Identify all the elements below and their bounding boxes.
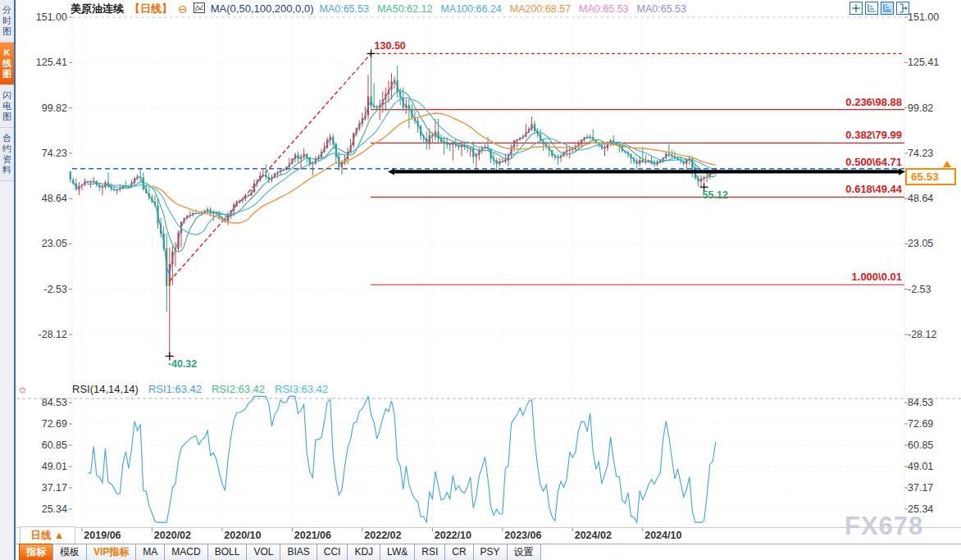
ma-value-0: MA0:65.53 (319, 3, 368, 15)
sidebar: 分时图K线图闪电图合约资料 (0, 0, 16, 560)
symbol-title: 美原油连续 (71, 2, 124, 16)
toolbar-button-模板[interactable]: 模板 (52, 544, 87, 560)
price-up-arrow-icon (943, 161, 951, 167)
toolbar-button-MACD[interactable]: MACD (164, 544, 207, 560)
rsi-header: RSI(14,14,14) RSI1:63.42RSI2:63.42RSI3:6… (72, 383, 328, 395)
toolbar-button-BIAS[interactable]: BIAS (280, 544, 317, 560)
sidebar-tab-flash-chart[interactable]: 闪电图 (0, 85, 14, 128)
ma-value-3: MA200:68.57 (510, 3, 571, 15)
toolbar-button-BOLL[interactable]: BOLL (207, 544, 248, 560)
rsi-value-3: RSI3:63.42 (275, 383, 328, 395)
toolbar-button-KDJ[interactable]: KDJ (347, 544, 380, 560)
indicator-settings-icon[interactable]: ☼ (17, 382, 28, 395)
rsi-values: RSI1:63.42RSI2:63.42RSI3:63.42 (148, 383, 328, 395)
toolbar-button-指标[interactable]: 指标 (19, 544, 53, 560)
toolbar-button-LW&[interactable]: LW& (380, 544, 415, 560)
chart-header: 美原油连续【日线】 ⊖ MA(0,50,100,200,0,0) MA0:65.… (71, 2, 686, 16)
sidebar-tab-contract-info[interactable]: 合约资料 (0, 128, 14, 181)
toolbar-button-RSI[interactable]: RSI (414, 544, 445, 560)
last-price-value: 65.53 (911, 171, 939, 183)
app-root: 分时图K线图闪电图合约资料 美原油连续【日线】 ⊖ MA(0,50,100,20… (0, 0, 961, 560)
ma-value-4: MA0:65.53 (579, 3, 628, 15)
ma-values: MA0:65.53MA50:62.12MA100:66.24MA200:68.5… (319, 3, 686, 15)
indicator-toolbar: 指标模板VIP指标MAMACDBOLLVOLBIASCCIKDJLW&RSICR… (16, 544, 961, 560)
ma-value-5: MA0:65.53 (637, 3, 686, 15)
toolbar-button-MA[interactable]: MA (135, 544, 165, 560)
pan-crosshair-icon[interactable] (849, 2, 863, 15)
period-label: 日线 (31, 530, 52, 541)
rsi-formula: RSI(14,14,14) (72, 383, 139, 395)
last-price-box: 65.53 (905, 168, 956, 185)
period-tag: 【日线】 (130, 2, 172, 16)
watermark: FX678 (845, 512, 923, 541)
toolbar-button-PSY[interactable]: PSY (473, 544, 508, 560)
ma-formula: MA(0,50,100,200,0,0) (211, 2, 314, 15)
fit-height-icon[interactable] (881, 2, 894, 15)
jump-to-latest-icon[interactable] (896, 2, 909, 15)
toolbar-button-CR[interactable]: CR (444, 544, 473, 560)
rsi-value-2: RSI2:63.42 (212, 383, 265, 395)
toolbar-button-设置[interactable]: 设置 (507, 544, 541, 560)
chart-toolbar-icons (849, 2, 909, 15)
sidebar-tab-kline-chart[interactable]: K线图 (0, 43, 14, 85)
indicator-chart-icon (194, 2, 205, 16)
ma-value-1: MA50:62.12 (377, 3, 432, 15)
fit-width-icon[interactable] (865, 2, 878, 15)
sidebar-tab-time-chart[interactable]: 分时图 (0, 0, 14, 43)
ma-value-2: MA100:66.24 (440, 3, 501, 15)
chevron-up-icon: ▲ (54, 530, 64, 541)
toolbar-button-VOL[interactable]: VOL (246, 544, 280, 560)
toolbar-button-CCI[interactable]: CCI (317, 544, 348, 560)
period-selector-button[interactable]: 日线 ▲ (20, 526, 75, 544)
rsi-value-1: RSI1:63.42 (148, 383, 202, 395)
collapse-icon[interactable]: ⊖ (178, 2, 188, 16)
toolbar-button-VIP指标[interactable]: VIP指标 (86, 544, 136, 560)
chart-canvas[interactable] (0, 0, 961, 560)
